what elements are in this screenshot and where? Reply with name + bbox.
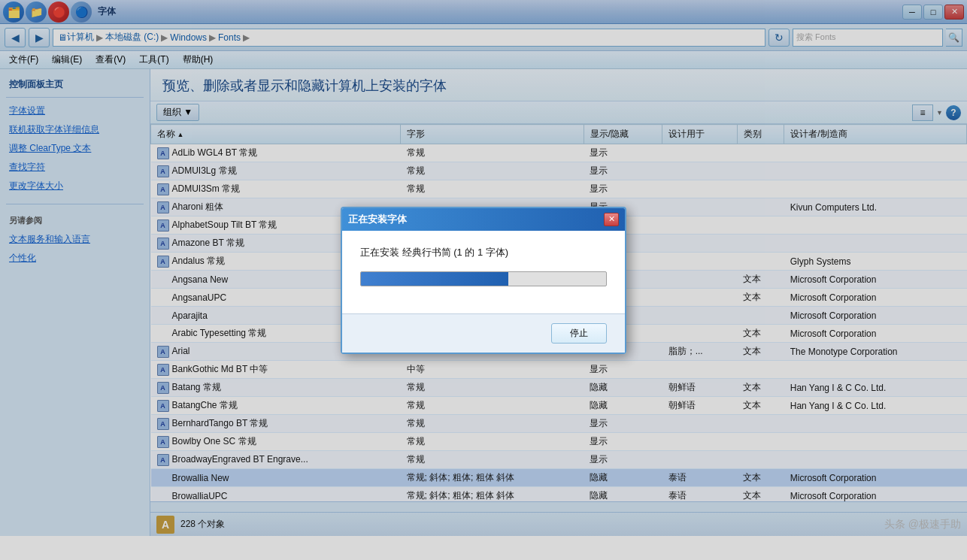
modal-close-button[interactable]: ✕ bbox=[604, 213, 619, 226]
modal-progress-bar bbox=[360, 271, 607, 286]
modal-install-text: 正在安装 经典行书简 (1 的 1 字体) bbox=[360, 246, 607, 259]
modal-body: 正在安装 经典行书简 (1 的 1 字体) bbox=[342, 231, 625, 313]
modal-overlay: 正在安装字体 ✕ 正在安装 经典行书简 (1 的 1 字体) 停止 bbox=[0, 0, 967, 560]
modal-title: 正在安装字体 bbox=[348, 213, 407, 226]
modal-progress-fill bbox=[361, 272, 508, 286]
modal-footer: 停止 bbox=[342, 313, 625, 353]
install-modal: 正在安装字体 ✕ 正在安装 经典行书简 (1 的 1 字体) 停止 bbox=[341, 207, 626, 354]
modal-stop-button[interactable]: 停止 bbox=[551, 323, 607, 344]
modal-titlebar: 正在安装字体 ✕ bbox=[342, 208, 625, 231]
